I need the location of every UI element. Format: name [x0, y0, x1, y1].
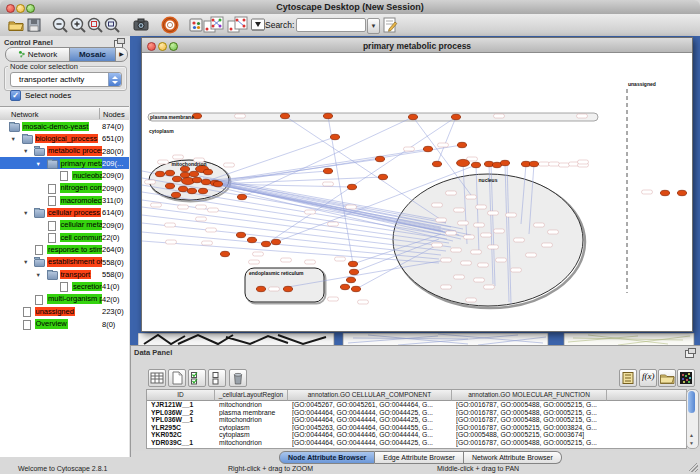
network-node[interactable] — [187, 188, 196, 193]
save-session-icon[interactable] — [25, 16, 43, 34]
network-node[interactable] — [198, 188, 207, 193]
expander-icon[interactable]: ▼ — [23, 259, 28, 265]
network-node[interactable] — [180, 166, 189, 171]
network-tree-row[interactable]: secretion41(0) — [0, 280, 129, 292]
network-node[interactable] — [451, 114, 460, 119]
network-node[interactable] — [677, 190, 686, 195]
table-cell[interactable]: [GO:0045267, GO:0045261, GO:0044464, G..… — [292, 401, 450, 409]
network-node[interactable] — [171, 192, 180, 197]
network-node[interactable] — [323, 113, 332, 118]
network-node[interactable] — [346, 277, 355, 282]
expander-icon[interactable]: ▼ — [36, 161, 41, 167]
network-tree-row[interactable]: unassigned223(0) — [0, 305, 129, 317]
table-cell[interactable]: [GO:0045263, GO:0044464, GO:0044455, G..… — [292, 424, 450, 432]
table-cell[interactable]: [GO:0016787, GO:0005215, GO:0003824, G..… — [456, 424, 605, 432]
expander-icon[interactable]: ▼ — [36, 272, 41, 278]
network-tree-row[interactable]: ▼primary metabolic process209(... — [0, 157, 129, 169]
table-cell[interactable]: [GO:0044464, GO:0044444, GO:0044425, G..… — [292, 409, 450, 417]
tab-node-attribute-browser[interactable]: Node Attribute Browser — [279, 451, 375, 464]
network-node[interactable] — [471, 162, 480, 167]
table-cell[interactable]: mitochondrion — [219, 401, 286, 409]
network-node[interactable] — [178, 186, 187, 191]
network-node[interactable] — [348, 261, 357, 266]
network-window-titlebar[interactable]: primary metabolic process — [142, 38, 692, 53]
network-tree-row[interactable]: cell communication22(0) — [0, 231, 129, 243]
network-node[interactable] — [155, 171, 164, 176]
table-cell[interactable]: [GO:0044464, GO:0044444, GO:0044425, G..… — [292, 439, 450, 447]
network-node[interactable] — [347, 184, 356, 189]
network-node[interactable] — [203, 169, 212, 174]
network-node[interactable] — [271, 239, 280, 244]
table-row[interactable]: YPL036W__2plasma membrane[GO:0044464, GO… — [147, 409, 686, 417]
zoom-selected-icon[interactable] — [86, 16, 104, 34]
zoom-fit-icon[interactable] — [103, 16, 121, 34]
resize-grip[interactable] — [689, 463, 698, 472]
network-node[interactable] — [165, 170, 174, 175]
network-node[interactable] — [340, 284, 349, 289]
network-node[interactable] — [500, 160, 509, 165]
table-cell[interactable]: mitochondrion — [219, 439, 286, 447]
table-cell[interactable]: YLR295C — [151, 424, 213, 432]
table-cell[interactable]: [GO:0016787, GO:0005488, GO:0005215, G..… — [456, 401, 605, 409]
table-cell[interactable]: [GO:0016787, GO:0005488, GO:0005215, G..… — [456, 409, 605, 417]
network-tree-row[interactable]: ▼transport558(0) — [0, 268, 129, 280]
table-row[interactable]: YKR052Ccytoplasm[GO:0044464, GO:0044446,… — [147, 431, 686, 439]
network-node[interactable] — [201, 179, 210, 184]
network-node[interactable] — [189, 171, 198, 176]
network-tree-row[interactable]: response to stimulus264(0) — [0, 243, 129, 255]
network-node[interactable] — [220, 251, 229, 256]
destroy-network-view-icon[interactable] — [227, 16, 248, 34]
network-canvas[interactable]: plasma membranecytoplasmmitochondrionnuc… — [142, 53, 690, 330]
network-node[interactable] — [192, 177, 201, 182]
network-node[interactable] — [378, 174, 387, 179]
unselect-attributes-button[interactable] — [208, 369, 226, 387]
network-node[interactable] — [236, 232, 245, 237]
table-column-header[interactable]: annotation.GO CELLULAR_COMPONENT — [288, 390, 452, 401]
network-node[interactable] — [423, 146, 432, 151]
table-cell[interactable]: [GO:0016787, GO:0005488, GO:0005215, G..… — [456, 416, 605, 424]
more-tabs-button[interactable]: ▶ — [115, 47, 128, 62]
scrollbar-thumb[interactable] — [688, 391, 695, 413]
create-network-view-icon[interactable] — [203, 16, 224, 34]
scroll-up-button[interactable]: ▲ — [688, 432, 695, 439]
annotation-icon[interactable] — [381, 16, 399, 34]
scroll-down-button[interactable]: ▼ — [688, 440, 695, 447]
network-node[interactable] — [180, 172, 189, 177]
table-column-header[interactable]: _cellularLayoutRegion — [215, 390, 288, 401]
table-cell[interactable]: cytoplasm — [219, 424, 286, 432]
new-attribute-button[interactable] — [168, 369, 186, 387]
network-node[interactable] — [172, 176, 181, 181]
network-tree-row[interactable]: multi-organism proces42(0) — [0, 293, 129, 305]
table-cell[interactable]: [GO:0016787, GO:0005488, GO:0005215, G..… — [456, 439, 605, 447]
attribute-batch-button[interactable] — [619, 369, 637, 387]
select-nodes-checkbox[interactable]: ✓ — [10, 90, 21, 101]
table-row[interactable]: YPL036W__1mitochondrion[GO:0044464, GO:0… — [147, 416, 686, 424]
network-node[interactable] — [457, 159, 470, 166]
network-node[interactable] — [323, 168, 332, 173]
zoom-in-icon[interactable] — [69, 16, 87, 34]
network-node[interactable] — [375, 156, 384, 161]
zoom-out-icon[interactable] — [51, 16, 69, 34]
select-attributes-button[interactable] — [188, 369, 206, 387]
float-panel-icon[interactable] — [685, 350, 694, 358]
table-scrollbar[interactable]: ▲ ▼ — [686, 389, 699, 449]
table-column-header[interactable]: ID — [147, 390, 215, 401]
network-node[interactable] — [213, 181, 222, 186]
tree-col-divider[interactable] — [99, 108, 100, 119]
table-cell[interactable]: YJR121W__1 — [151, 401, 213, 409]
network-node[interactable] — [432, 161, 441, 166]
network-tree-row[interactable]: nucleobase-containing209(0) — [0, 169, 129, 181]
table-cell[interactable]: cytoplasm — [219, 431, 286, 439]
table-cell[interactable]: plasma membrane — [219, 409, 286, 417]
table-cell[interactable]: [GO:0044464, GO:0044444, GO:0044425, G..… — [292, 416, 450, 424]
network-node[interactable] — [280, 113, 289, 118]
table-cell[interactable]: [GO:0044464, GO:0044446, GO:0044444, G..… — [292, 431, 450, 439]
network-tree-row[interactable]: macromolecule metab311(0) — [0, 194, 129, 206]
network-tree-row[interactable]: cellular metabolic proc209(0) — [0, 219, 129, 231]
snapshot-icon[interactable] — [132, 16, 150, 34]
tab-mosaic[interactable]: Mosaic — [69, 47, 116, 62]
network-tree-row[interactable]: ▼metabolic process280(0) — [0, 145, 129, 157]
open-session-icon[interactable] — [7, 16, 25, 34]
attribute-table-button[interactable] — [148, 369, 166, 387]
network-tree-row[interactable]: ▼cellular process614(0) — [0, 206, 129, 218]
